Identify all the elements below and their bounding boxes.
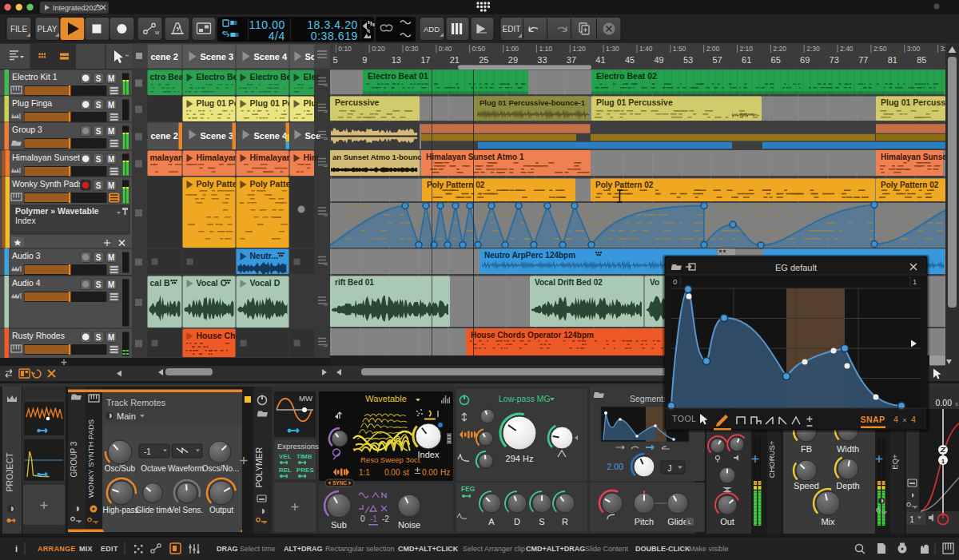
svg-text:M: M [108,280,114,289]
svg-text:Plug 01 Percussive-bounce-1: Plug 01 Percussive-bounce-1 [480,98,586,107]
svg-text:Scene 4: Scene 4 [254,52,288,62]
svg-text:2.00: 2.00 [607,462,624,471]
svg-text:65: 65 [771,55,781,65]
svg-text:Hz: Hz [440,468,450,477]
svg-text:L: L [688,519,691,525]
svg-text:77: 77 [858,55,868,65]
svg-text:Rusty Rhodes: Rusty Rhodes [12,331,65,340]
svg-text:Group 3: Group 3 [12,125,42,134]
svg-text:69: 69 [800,55,810,65]
svg-text:EQ+: EQ+ [890,454,899,470]
svg-text:CHORUS+: CHORUS+ [767,440,776,478]
svg-text:FILE: FILE [10,25,27,34]
svg-text:Oscs/No...: Oscs/No... [202,464,240,473]
svg-text:ADD: ADD [424,25,440,34]
svg-text:Vo: Vo [650,278,659,287]
svg-text:17: 17 [420,55,430,65]
svg-text:ARRANGE: ARRANGE [38,545,76,553]
svg-text:PROJECT: PROJECT [5,452,14,492]
svg-text:cene 2: cene 2 [151,52,178,62]
svg-text:Plug Finga: Plug Finga [12,98,52,108]
svg-text:Slide Content: Slide Content [585,545,629,553]
svg-text:S: S [96,333,101,342]
svg-text:EDIT: EDIT [503,25,521,34]
svg-text:R: R [562,517,568,526]
svg-text:1: 1 [941,458,945,465]
svg-text:Select time: Select time [240,545,276,553]
svg-text:Pitch: Pitch [635,517,654,526]
svg-text:Out: Out [720,517,734,526]
svg-text:1: 1 [909,515,914,524]
svg-text:Plug: Plug [304,98,322,108]
svg-text:0:50: 0:50 [472,45,486,53]
svg-text:Osc/Sub: Osc/Sub [105,464,136,473]
svg-text:Poly Pattern 02: Poly Pattern 02 [427,181,485,189]
svg-text:Scene 3: Scene 3 [201,131,234,141]
svg-text:Integrated2023: Integrated2023 [53,4,101,12]
svg-text:A: A [488,517,495,526]
svg-text:0:38.619: 0:38.619 [311,30,358,42]
svg-text:2:50: 2:50 [873,45,887,53]
svg-text:Expressions: Expressions [277,442,319,451]
svg-text:4: 4 [911,415,916,424]
svg-text:81: 81 [888,55,897,65]
svg-text:Neutro ArpPerc 124bpm: Neutro ArpPerc 124bpm [484,251,575,260]
svg-text:Audio 4: Audio 4 [12,278,41,288]
svg-text:Reso Sweep 3oct: Reso Sweep 3oct [360,455,420,464]
svg-text:53: 53 [683,55,693,65]
svg-text:S: S [96,181,101,190]
svg-text:Index: Index [15,216,36,225]
svg-text:2:10: 2:10 [740,45,754,53]
svg-text:SYNC: SYNC [332,480,347,486]
svg-text:Width: Width [837,444,859,454]
svg-text:2:00: 2:00 [706,45,720,53]
svg-text:Depth: Depth [836,481,859,490]
svg-text:*: * [97,2,100,10]
svg-text:Scene 4: Scene 4 [254,131,288,141]
svg-text:Glide time: Glide time [135,506,171,514]
svg-text:S: S [96,101,101,109]
svg-text:DRAG: DRAG [217,545,238,553]
svg-text:Rectangular selection: Rectangular selection [325,545,395,553]
svg-text:×: × [902,416,906,424]
svg-text:1:30: 1:30 [606,45,619,53]
svg-text:0.00: 0.00 [384,468,400,477]
svg-text:Segments: Segments [630,394,667,403]
svg-text:S: S [96,155,101,164]
svg-text:61: 61 [742,55,751,65]
svg-text:Himalayan Sunset: Himalayan Sunset [12,153,80,162]
svg-text:21: 21 [450,55,460,65]
svg-text:13: 13 [392,55,401,65]
svg-text:Index: Index [418,450,440,459]
svg-text:1:20: 1:20 [572,45,586,53]
svg-text:House Chords Operator 124bpm: House Chords Operator 124bpm [471,331,594,340]
svg-text:REL: REL [279,467,292,474]
svg-text:Plug 01 Percussive: Plug 01 Percussive [596,97,673,107]
svg-text:J: J [668,464,672,473]
svg-text:45: 45 [625,55,635,65]
svg-text:Electro Beat 02: Electro Beat 02 [596,71,657,81]
svg-text:M: M [108,253,114,262]
svg-text:Noise: Noise [398,520,420,530]
svg-text:FEG: FEG [461,485,476,493]
svg-text:29: 29 [508,55,518,65]
svg-text:SNAP: SNAP [860,415,885,424]
svg-text:Wonky Synth Pads: Wonky Synth Pads [12,179,83,189]
svg-text:EG default: EG default [775,263,817,272]
svg-text:0: 0 [360,514,365,523]
svg-text:cene 2: cene 2 [151,131,178,141]
svg-text:Track Remotes: Track Remotes [106,398,166,407]
svg-text:ALT+DRAG: ALT+DRAG [284,545,323,553]
svg-text:Vocal Drift Bed 02: Vocal Drift Bed 02 [535,278,603,287]
svg-text:Make visible: Make visible [689,545,729,553]
svg-text:0:20: 0:20 [372,45,385,53]
svg-text:cal B: cal B [150,278,171,288]
svg-text:VEL: VEL [279,453,292,460]
svg-text:Sub: Sub [331,520,347,530]
svg-text:CMD+ALT+CLICK: CMD+ALT+CLICK [398,545,459,553]
svg-text:Mix: Mix [821,517,835,526]
svg-text:MIX: MIX [79,545,93,553]
svg-text:1: 1 [913,277,917,286]
svg-text:294 Hz: 294 Hz [506,454,534,463]
svg-text:FB: FB [801,444,812,454]
